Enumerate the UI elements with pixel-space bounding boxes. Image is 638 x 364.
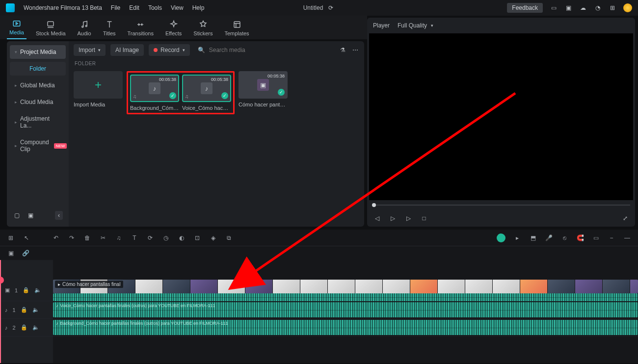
- redo-icon[interactable]: ↷: [68, 234, 76, 242]
- music-note-icon: ♪: [201, 82, 213, 94]
- audio-sync-icon[interactable]: ⎋: [560, 234, 568, 242]
- audio-track-2[interactable]: ♪Background_Cómo hacer pantallas finales…: [53, 319, 638, 337]
- preview-viewport[interactable]: [369, 33, 633, 200]
- marker-icon[interactable]: ⬒: [529, 234, 537, 242]
- cloud-upload-icon[interactable]: ☁: [579, 4, 587, 12]
- prev-frame-icon[interactable]: ◁: [373, 214, 381, 222]
- audio-clip-2[interactable]: ♪Background_Cómo hacer pantallas finales…: [53, 320, 638, 335]
- menu-tools[interactable]: Tools: [148, 4, 162, 11]
- zoom-out-icon[interactable]: −: [608, 234, 615, 242]
- stop-icon[interactable]: □: [420, 214, 428, 222]
- audio-track-1-header[interactable]: ♪1🔒🔈: [0, 301, 53, 319]
- media-icon: [12, 19, 21, 28]
- menu-view[interactable]: View: [171, 4, 184, 11]
- expand-icon[interactable]: ⤢: [621, 214, 629, 222]
- media-item[interactable]: 00:05:38▣✓ Cómo hacer pantallas ...: [239, 71, 288, 114]
- sidebar-adjustment-layer[interactable]: ▸Adjustment La...: [10, 112, 66, 132]
- track-settings-icon[interactable]: ⊞: [7, 234, 15, 242]
- headphones-icon[interactable]: ◔: [594, 4, 602, 12]
- voiceover-icon[interactable]: 🎤: [545, 234, 553, 242]
- tab-media[interactable]: Media: [7, 16, 27, 39]
- tab-titles[interactable]: Titles: [101, 17, 118, 39]
- filter-icon[interactable]: ⚗: [339, 46, 346, 54]
- mute-icon[interactable]: 🔈: [32, 307, 39, 313]
- collapse-sidebar-button[interactable]: ‹: [55, 211, 63, 220]
- tab-stickers[interactable]: Stickers: [191, 17, 215, 39]
- color-icon[interactable]: ◐: [178, 234, 186, 242]
- import-media-card[interactable]: + Import Media: [74, 71, 123, 114]
- quality-dropdown[interactable]: Full Quality▾: [398, 22, 433, 29]
- split-icon[interactable]: ✂: [99, 234, 107, 242]
- keyframe-icon[interactable]: ◈: [209, 234, 217, 242]
- play-icon[interactable]: ▷: [389, 214, 397, 222]
- crop-icon[interactable]: ⊡: [193, 234, 201, 242]
- video-track-header[interactable]: ▣1🔒🔈: [0, 280, 53, 301]
- display-icon[interactable]: ▭: [592, 234, 600, 242]
- link-icon[interactable]: 🔗: [22, 249, 29, 257]
- search-field[interactable]: 🔍: [195, 47, 334, 53]
- tab-audio[interactable]: Audio: [75, 17, 94, 39]
- duration-icon[interactable]: ◷: [162, 234, 170, 242]
- more-icon[interactable]: ⋯: [351, 46, 359, 54]
- sidebar-folder[interactable]: Folder: [10, 62, 66, 76]
- tracks-area[interactable]: ▸Cómo hacer pantallas final ♪Voice_Cómo …: [53, 260, 638, 363]
- search-input[interactable]: [209, 47, 331, 53]
- media-item[interactable]: 00:05:38♪♫✓ Background_Cómo ha...: [130, 75, 179, 111]
- timeline: ⊞ ↖ ↶ ↷ 🗑 ✂ ♫ T ⟳ ◷ ◐ ⊡ ◈ ⧉ ▸ ⬒ 🎤 ⎋ 🧲 ▭ …: [0, 230, 638, 363]
- tab-effects[interactable]: Effects: [163, 17, 184, 39]
- text-icon[interactable]: T: [131, 234, 138, 242]
- new-folder-icon[interactable]: ▢: [13, 211, 21, 219]
- sidebar-cloud-media[interactable]: ▸Cloud Media: [10, 95, 66, 109]
- history-icon[interactable]: ⟳: [327, 4, 335, 12]
- video-track[interactable]: ▸Cómo hacer pantallas final: [53, 280, 638, 301]
- lock-icon[interactable]: 🔒: [21, 324, 27, 331]
- ai-tools-icon[interactable]: [497, 234, 505, 242]
- user-avatar[interactable]: [623, 3, 632, 12]
- undo-icon[interactable]: ↶: [52, 234, 60, 242]
- audio-track-2-header[interactable]: ♪2🔒🔈: [0, 319, 53, 337]
- sidebar-global-media[interactable]: ▸Global Media: [10, 78, 66, 92]
- lock-icon[interactable]: 🔒: [21, 307, 27, 313]
- check-icon: ✓: [278, 89, 285, 96]
- lock-icon[interactable]: 🔒: [23, 287, 29, 293]
- scrub-handle[interactable]: [372, 203, 376, 207]
- apps-grid-icon[interactable]: ⊞: [609, 4, 616, 12]
- audio-track-1[interactable]: ♪Voice_Cómo hacer pantallas finales (out…: [53, 301, 638, 319]
- tab-stock-media[interactable]: Stock Media: [33, 17, 68, 39]
- project-title[interactable]: Untitled: [303, 4, 323, 11]
- ai-image-button[interactable]: AI Image: [110, 44, 144, 56]
- feedback-button[interactable]: Feedback: [507, 3, 543, 13]
- sidebar-compound-clip[interactable]: ▸Compound ClipNEW: [10, 135, 66, 156]
- menu-help[interactable]: Help: [192, 4, 205, 11]
- preview-scrubber[interactable]: [367, 200, 635, 210]
- mute-icon[interactable]: 🔈: [32, 324, 39, 331]
- audio-mixer-icon[interactable]: ♫: [115, 234, 123, 242]
- menu-edit[interactable]: Edit: [129, 4, 139, 11]
- playhead[interactable]: [0, 260, 1, 363]
- mute-icon[interactable]: 🔈: [34, 287, 41, 293]
- zoom-slider[interactable]: —: [623, 234, 631, 242]
- cursor-icon[interactable]: ↖: [23, 234, 30, 242]
- render-icon[interactable]: ▸: [513, 234, 521, 242]
- record-button[interactable]: Record▾: [149, 44, 190, 56]
- menu-file[interactable]: File: [111, 4, 120, 11]
- video-clip[interactable]: ▸Cómo hacer pantallas final: [53, 280, 638, 293]
- duration-label: 00:05:38: [211, 77, 228, 82]
- save-icon[interactable]: ▣: [564, 4, 572, 12]
- speed-icon[interactable]: ⟳: [146, 234, 154, 242]
- delete-icon[interactable]: 🗑: [83, 234, 91, 242]
- snap-icon[interactable]: 🧲: [576, 234, 584, 242]
- layout-icon[interactable]: ▭: [550, 4, 558, 12]
- next-frame-icon[interactable]: ▷: [404, 214, 412, 222]
- tab-templates[interactable]: Templates: [222, 17, 251, 39]
- new-bin-icon[interactable]: ▣: [27, 211, 34, 219]
- sidebar-project-media[interactable]: ▾Project Media: [10, 45, 66, 59]
- tab-transitions[interactable]: Transitions: [125, 17, 156, 39]
- video-track-icon: ▣: [5, 287, 10, 293]
- templates-icon: [233, 20, 241, 29]
- track-options-icon[interactable]: ▣: [7, 249, 15, 257]
- grouping-icon[interactable]: ⧉: [225, 234, 233, 242]
- audio-clip-1[interactable]: ♪Voice_Cómo hacer pantallas finales (out…: [53, 302, 638, 317]
- import-button[interactable]: Import▾: [74, 44, 106, 56]
- media-item[interactable]: 00:05:38♪♫✓ Voice_Cómo hacer pa...: [182, 75, 231, 111]
